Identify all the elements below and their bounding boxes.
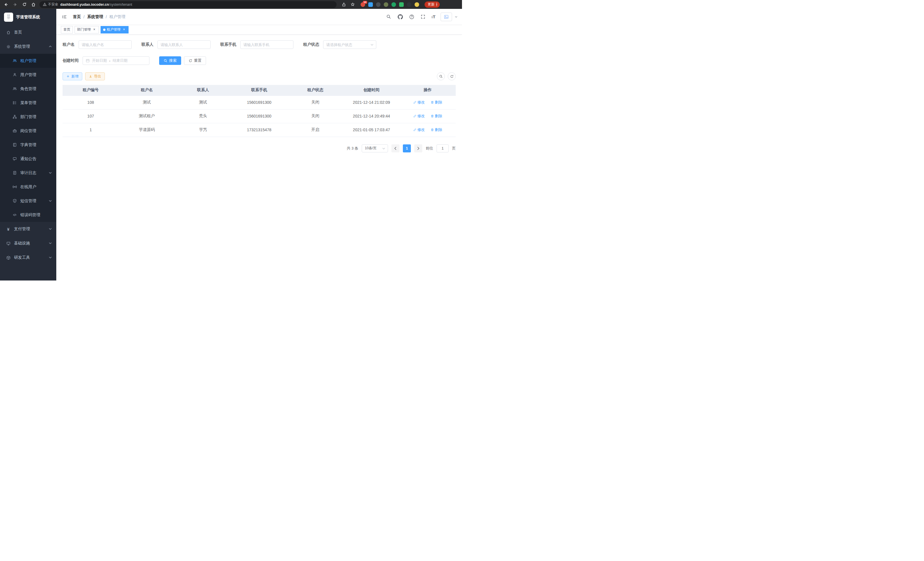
sidebar-item-label: 租户管理 [20, 58, 36, 63]
phone-input[interactable] [240, 40, 293, 49]
filter-tenant-name: 租户名 [63, 40, 132, 49]
sidebar-item-online[interactable]: 在线用户 [0, 180, 56, 194]
delete-button[interactable]: 删除 [430, 100, 442, 105]
sidebar-item-role[interactable]: 角色管理 [0, 82, 56, 96]
sidebar-item-label: 短信管理 [20, 199, 36, 204]
extension-icon[interactable] [399, 2, 404, 7]
avatar-caret-icon[interactable] [455, 16, 458, 18]
extension-icon[interactable] [384, 2, 388, 7]
filter-phone: 联系手机 [220, 40, 293, 49]
tag-dept[interactable]: 部门管理 × [75, 26, 99, 33]
add-button[interactable]: 新增 [63, 72, 82, 80]
trash-icon [430, 128, 434, 132]
star-icon [351, 2, 355, 7]
delete-button[interactable]: 删除 [430, 127, 442, 132]
cell-contact: 测试 [175, 96, 231, 109]
edit-button[interactable]: 修改 [413, 100, 425, 105]
cell-actions: 修改 删除 [399, 96, 456, 109]
sidebar-item-sms[interactable]: 短信管理 [0, 194, 56, 208]
sidebar-item-tenant[interactable]: 租户管理 [0, 54, 56, 68]
sidebar-item-errcode[interactable]: 错误码管理 [0, 208, 56, 222]
goto-page-input[interactable] [436, 144, 448, 152]
tag-home[interactable]: 首页 [61, 26, 73, 33]
header-search-button[interactable] [386, 14, 392, 20]
search-button[interactable]: 搜索 [159, 56, 181, 65]
tag-label: 租户管理 [107, 27, 121, 32]
bookmark-button[interactable] [350, 2, 356, 8]
breadcrumb-system[interactable]: 系统管理 [87, 14, 103, 20]
briefcase-icon [12, 129, 17, 133]
sidebar-item-notice[interactable]: 通知公告 [0, 152, 56, 166]
url-bar[interactable]: 不安全 dashboard.yudao.iocoder.cn/system/te… [39, 1, 337, 8]
tree-icon [12, 115, 17, 119]
reset-button-label: 重置 [194, 58, 201, 63]
sidebar-item-menu[interactable]: 菜单管理 [0, 96, 56, 110]
browser-update-button[interactable]: 更新 [424, 2, 440, 8]
extension-icon[interactable] [415, 2, 419, 7]
browser-forward-button[interactable] [12, 2, 18, 8]
logo-row[interactable]: 芋道管理系统 [0, 9, 56, 25]
page-number-button[interactable]: 1 [403, 144, 411, 152]
extension-icon[interactable] [392, 2, 396, 7]
edit-button[interactable]: 修改 [413, 114, 425, 119]
github-link-button[interactable] [397, 14, 404, 20]
sidebar-item-label: 首页 [14, 30, 22, 35]
sidebar-item-user[interactable]: 用户管理 [0, 68, 56, 82]
page-content: 租户名 联系人 联系手机 租户状态 [56, 35, 462, 281]
font-size-button[interactable]: тT [431, 14, 435, 19]
user-avatar[interactable] [441, 13, 452, 21]
browser-back-button[interactable] [3, 2, 9, 8]
browser-reload-button[interactable] [21, 2, 27, 8]
search-button-label: 搜索 [169, 58, 177, 63]
message-icon [12, 157, 17, 161]
filter-row-2: 创建时间 开始日期 - 结束日期 搜索 重置 [63, 56, 456, 65]
sidebar-item-system[interactable]: 系统管理 [0, 39, 56, 54]
security-label: 不安全 [48, 2, 58, 7]
edit-icon [413, 101, 417, 104]
contact-input[interactable] [158, 40, 211, 49]
sidebar-item-post[interactable]: 岗位管理 [0, 124, 56, 138]
share-button[interactable] [340, 2, 347, 8]
page-size-select[interactable] [362, 144, 388, 152]
update-label: 更新 [428, 2, 435, 7]
tag-tenant[interactable]: 租户管理 × [100, 26, 129, 33]
sidebar-item-infra[interactable]: 基础设施 [0, 236, 56, 250]
tag-close-icon[interactable]: × [92, 28, 96, 32]
browser-home-button[interactable] [30, 2, 37, 8]
sidebar-item-dict[interactable]: 字典管理 [0, 138, 56, 152]
prev-page-button[interactable] [392, 144, 399, 152]
fullscreen-button[interactable] [420, 14, 426, 20]
cell-id: 1 [63, 123, 119, 137]
tag-close-icon[interactable]: × [122, 28, 126, 32]
edit-button[interactable]: 修改 [413, 127, 425, 132]
extension-badge: 10 [363, 1, 367, 4]
extension-icon[interactable] [376, 2, 381, 7]
extension-icon[interactable] [368, 2, 373, 7]
tenant-name-input[interactable] [79, 40, 132, 49]
forward-icon [13, 2, 17, 7]
delete-button[interactable]: 删除 [430, 114, 442, 119]
help-button[interactable] [409, 14, 415, 20]
sidebar-item-devtools[interactable]: 研发工具 [0, 250, 56, 265]
next-page-button[interactable] [414, 144, 422, 152]
date-range-picker[interactable]: 开始日期 - 结束日期 [82, 56, 149, 65]
breadcrumb-home[interactable]: 首页 [73, 14, 81, 20]
sidebar-item-audit[interactable]: 审计日志 [0, 166, 56, 180]
breadcrumb-current: 租户管理 [110, 14, 125, 20]
refresh-table-button[interactable] [448, 72, 456, 80]
sidebar-item-pay[interactable]: ¥ 支付管理 [0, 222, 56, 236]
sidebar-item-home[interactable]: 首页 [0, 25, 56, 39]
extension-icon[interactable]: 10 [361, 2, 365, 7]
sidebar-toggle-button[interactable] [61, 13, 68, 21]
extension-icon[interactable] [407, 2, 411, 7]
toggle-search-button[interactable] [437, 72, 445, 80]
status-select[interactable] [323, 40, 376, 49]
reset-button[interactable]: 重置 [184, 56, 206, 65]
sidebar-item-dept[interactable]: 部门管理 [0, 110, 56, 124]
home-icon [31, 2, 36, 7]
pagination: 共 3 条 1 前往 页 [63, 144, 456, 152]
security-indicator[interactable]: 不安全 [43, 2, 58, 7]
export-button[interactable]: 导出 [85, 72, 105, 80]
edit-icon [413, 128, 417, 132]
status-select-input[interactable] [323, 40, 376, 49]
